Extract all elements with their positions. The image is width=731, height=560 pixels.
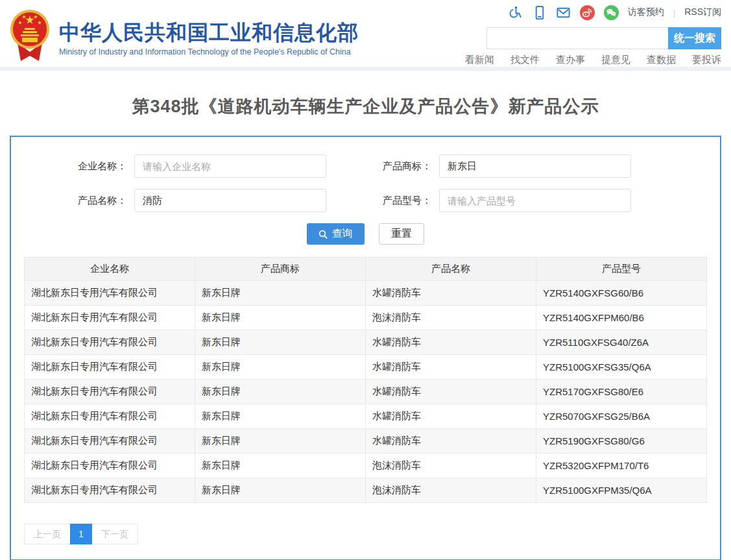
table-header-row: 企业名称 产品商标 产品名称 产品型号: [25, 258, 707, 281]
filter-row-1: 企业名称： 产品商标：: [24, 154, 707, 178]
product-model-input[interactable]: [439, 189, 631, 212]
table-row: 湖北新东日专用汽车有限公司 新东日牌 泡沫消防车 YZR5100GXFPM35/…: [25, 478, 707, 503]
site-search-input[interactable]: [486, 27, 668, 49]
cell-model: YZR5170GXFSG80/E6: [536, 380, 707, 404]
weibo-icon[interactable]: [580, 5, 595, 20]
table-body: 湖北新东日专用汽车有限公司 新东日牌 水罐消防车 YZR5140GXFSG60/…: [25, 281, 707, 503]
trademark-field: 产品商标：: [326, 154, 631, 178]
cell-trademark: 新东日牌: [195, 355, 366, 380]
trademark-input[interactable]: [439, 154, 631, 178]
cell-company: 湖北新东日专用汽车有限公司: [25, 330, 195, 355]
cell-company: 湖北新东日专用汽车有限公司: [25, 380, 195, 404]
company-name-label: 企业名称：: [24, 160, 126, 173]
column-header-company: 企业名称: [25, 258, 195, 281]
wechat-icon[interactable]: [604, 5, 619, 20]
cell-company: 湖北新东日专用汽车有限公司: [25, 404, 195, 429]
trademark-label: 产品商标：: [326, 160, 431, 173]
prev-page-button[interactable]: 上一页: [24, 524, 70, 544]
cell-trademark: 新东日牌: [195, 380, 366, 404]
cell-company: 湖北新东日专用汽车有限公司: [25, 281, 195, 306]
cell-trademark: 新东日牌: [195, 306, 366, 330]
cell-product: 水罐消防车: [366, 330, 536, 355]
table-row: 湖北新东日专用汽车有限公司 新东日牌 水罐消防车 YZR5070GXFSG25/…: [25, 404, 707, 429]
cell-model: YZR5320GXFPM170/T6: [536, 454, 707, 478]
cell-trademark: 新东日牌: [195, 429, 366, 454]
cell-company: 湖北新东日专用汽车有限公司: [25, 478, 195, 503]
cell-trademark: 新东日牌: [195, 478, 366, 503]
column-header-product: 产品名称: [366, 258, 536, 281]
top-nav-item[interactable]: 找文件: [510, 54, 540, 66]
cell-trademark: 新东日牌: [195, 330, 366, 355]
page-number-1[interactable]: 1: [70, 524, 92, 544]
next-page-button[interactable]: 下一页: [92, 524, 138, 544]
cell-trademark: 新东日牌: [195, 281, 366, 306]
product-name-field: 产品名称：: [24, 189, 326, 212]
accessibility-icon[interactable]: [508, 5, 523, 20]
product-name-input[interactable]: [134, 189, 326, 212]
company-name-field: 企业名称：: [24, 154, 326, 178]
table-row: 湖北新东日专用汽车有限公司 新东日牌 泡沫消防车 YZR5140GXFPM60/…: [25, 306, 707, 330]
top-nav-item[interactable]: 查办事: [556, 54, 585, 66]
query-button[interactable]: 查询: [307, 223, 365, 245]
query-panel: 企业名称： 产品商标： 产品名称： 产品型号： 查询 重置: [10, 136, 721, 560]
top-nav-item[interactable]: 看新闻: [465, 54, 494, 66]
visitor-appointment-link[interactable]: 访客预约: [628, 6, 664, 18]
site-search-button[interactable]: 统一搜索: [668, 27, 721, 49]
filter-row-2: 产品名称： 产品型号：: [24, 189, 707, 212]
table-row: 湖北新东日专用汽车有限公司 新东日牌 水罐消防车 YZR5100GXFSG35/…: [25, 355, 707, 380]
cell-product: 泡沫消防车: [366, 454, 536, 478]
table-row: 湖北新东日专用汽车有限公司 新东日牌 水罐消防车 YZR5110GXFSG40/…: [25, 330, 707, 355]
cell-product: 泡沫消防车: [366, 478, 536, 503]
cell-company: 湖北新东日专用汽车有限公司: [25, 355, 195, 380]
pagination: 上一页 1 下一页: [24, 524, 707, 544]
results-table: 企业名称 产品商标 产品名称 产品型号 湖北新东日专用汽车有限公司 新东日牌 水…: [24, 257, 707, 503]
cell-model: YZR5140GXFSG60/B6: [536, 281, 707, 306]
site-title: 中华人民共和国工业和信息化部: [59, 21, 359, 44]
site-titles: 中华人民共和国工业和信息化部 Ministry of Industry and …: [59, 16, 359, 56]
top-nav-item[interactable]: 查数据: [647, 54, 676, 66]
cell-model: YZR5100GXFPM35/Q6A: [536, 478, 707, 503]
cell-product: 水罐消防车: [366, 281, 536, 306]
site-search: 统一搜索: [486, 27, 721, 49]
cell-model: YZR5140GXFPM60/B6: [536, 306, 707, 330]
cell-company: 湖北新东日专用汽车有限公司: [25, 454, 195, 478]
search-icon: [318, 230, 328, 239]
page-title: 第348批《道路机动车辆生产企业及产品公告》新产品公示: [0, 95, 731, 118]
header-utility-icons: 访客预约 | RSS订阅: [508, 4, 721, 21]
table-row: 湖北新东日专用汽车有限公司 新东日牌 水罐消防车 YZR5140GXFSG60/…: [25, 281, 707, 306]
column-header-model: 产品型号: [536, 258, 707, 281]
cell-model: YZR5070GXFSG25/B6A: [536, 404, 707, 429]
cell-company: 湖北新东日专用汽车有限公司: [25, 429, 195, 454]
table-row: 湖北新东日专用汽车有限公司 新东日牌 水罐消防车 YZR5170GXFSG80/…: [25, 380, 707, 404]
product-model-field: 产品型号：: [326, 189, 631, 212]
cell-company: 湖北新东日专用汽车有限公司: [25, 306, 195, 330]
rss-subscribe-link[interactable]: RSS订阅: [684, 6, 721, 18]
link-separator: |: [673, 8, 675, 18]
top-nav: 看新闻找文件查办事提意见查数据要投诉: [465, 54, 721, 66]
top-nav-item[interactable]: 要投诉: [692, 54, 721, 66]
cell-model: YZR5190GXFSG80/G6: [536, 429, 707, 454]
cell-trademark: 新东日牌: [195, 404, 366, 429]
site-subtitle: Ministry of Industry and Information Tec…: [59, 47, 359, 56]
cell-model: YZR5100GXFSG35/Q6A: [536, 355, 707, 380]
cell-trademark: 新东日牌: [195, 454, 366, 478]
table-row: 湖北新东日专用汽车有限公司 新东日牌 泡沫消防车 YZR5320GXFPM170…: [25, 454, 707, 478]
cell-product: 水罐消防车: [366, 380, 536, 404]
site-logo[interactable]: 中华人民共和国工业和信息化部 Ministry of Industry and …: [9, 9, 359, 64]
mobile-icon[interactable]: [532, 5, 547, 20]
cell-product: 水罐消防车: [366, 404, 536, 429]
mail-icon[interactable]: [556, 5, 571, 20]
company-name-input[interactable]: [134, 154, 326, 178]
site-header: 中华人民共和国工业和信息化部 Ministry of Industry and …: [0, 0, 731, 71]
cell-product: 泡沫消防车: [366, 306, 536, 330]
reset-button[interactable]: 重置: [379, 223, 424, 245]
query-button-label: 查询: [332, 227, 353, 241]
product-name-label: 产品名称：: [24, 195, 126, 207]
table-row: 湖北新东日专用汽车有限公司 新东日牌 水罐消防车 YZR5190GXFSG80/…: [25, 429, 707, 454]
cell-product: 水罐消防车: [366, 429, 536, 454]
product-model-label: 产品型号：: [326, 195, 431, 207]
top-nav-item[interactable]: 提意见: [601, 54, 630, 66]
national-emblem-icon: [9, 9, 51, 64]
cell-model: YZR5110GXFSG40/Z6A: [536, 330, 707, 355]
form-actions: 查询 重置: [24, 223, 707, 245]
